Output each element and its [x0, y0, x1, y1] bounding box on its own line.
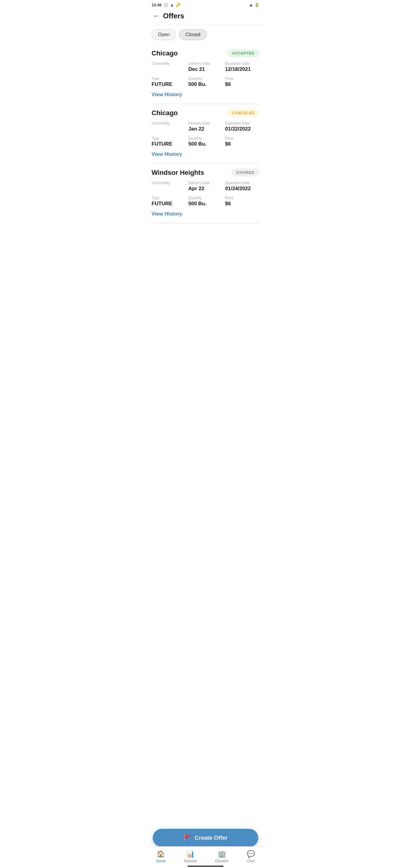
field-commodity-1: Commodity [152, 61, 186, 72]
field-commodity-3: Commodity [152, 181, 186, 192]
status-left: 12:46 ⬜ ▲ 🔑 [152, 3, 181, 7]
nav-label-elevator: Elevator [215, 859, 228, 863]
elevator-icon: 🏢 [218, 850, 226, 858]
field-expiration-3: Expiration Date 01/24/2022 [225, 181, 259, 192]
status-right: ▲ 🔋 [249, 2, 259, 7]
offer-location-3: Windsor Heights [152, 169, 204, 177]
view-history-button-1[interactable]: View History [152, 90, 182, 99]
markets-icon: 📊 [186, 850, 194, 858]
nav-label-markets: Markets [184, 859, 197, 863]
field-quantity-2: Quantity 500 Bu. [188, 136, 223, 147]
offer-header-2: Chicago CANCELED [152, 109, 259, 117]
filter-tabs: Open Closed [147, 25, 264, 44]
offer-header-3: Windsor Heights EXPIRED [152, 168, 259, 177]
status-badge-2: CANCELED [227, 109, 259, 117]
field-price-3: Price $6 [225, 196, 259, 207]
field-price-2: Price $6 [225, 136, 259, 147]
nav-item-home[interactable]: 🏠 Home [153, 849, 169, 864]
tab-closed[interactable]: Closed [179, 29, 207, 40]
offer-location-2: Chicago [152, 109, 178, 117]
field-type-1: Type FUTURE [152, 76, 186, 87]
status-badge-1: ACCEPTED [227, 49, 259, 57]
offer-card-1: Chicago ACCEPTED Commodity Delivery Date… [152, 44, 259, 104]
back-icon: ← [153, 12, 159, 20]
home-indicator [187, 866, 224, 867]
tab-open[interactable]: Open [152, 29, 176, 40]
create-offer-button[interactable]: 🚩 Create Offer [153, 829, 258, 847]
field-delivery-1: Delivery Date Dec 21 [188, 61, 223, 72]
field-delivery-2: Delivery Date Jan 22 [188, 121, 223, 132]
page-title: Offers [163, 12, 184, 20]
status-icon-2: ▲ [170, 3, 174, 7]
offers-list: Chicago ACCEPTED Commodity Delivery Date… [147, 44, 264, 253]
offer-fields-3: Commodity Delivery Date Apr 22 Expiratio… [152, 181, 259, 207]
field-type-3: Type FUTURE [152, 196, 186, 207]
nav-item-markets[interactable]: 📊 Markets [181, 849, 201, 864]
field-quantity-3: Quantity 500 Bu. [188, 196, 223, 207]
status-icon-3: 🔑 [176, 3, 181, 7]
nav-item-chat[interactable]: 💬 Chat [243, 849, 258, 864]
create-offer-icon: 🚩 [184, 834, 191, 841]
offer-card-3: Windsor Heights EXPIRED Commodity Delive… [152, 164, 259, 223]
status-badge-3: EXPIRED [231, 168, 259, 177]
field-type-2: Type FUTURE [152, 136, 186, 147]
battery-icon: 🔋 [254, 2, 259, 7]
status-icon-1: ⬜ [163, 3, 168, 7]
status-bar: 12:46 ⬜ ▲ 🔑 ▲ 🔋 [147, 0, 264, 8]
create-offer-label: Create Offer [195, 835, 228, 841]
nav-item-elevator[interactable]: 🏢 Elevator [212, 849, 232, 864]
offer-location-1: Chicago [152, 50, 178, 57]
wifi-icon: ▲ [249, 2, 253, 7]
offer-card-2: Chicago CANCELED Commodity Delivery Date… [152, 104, 259, 164]
header: ← Offers [147, 8, 264, 25]
nav-label-chat: Chat [247, 859, 255, 863]
field-expiration-1: Expiration Date 12/18/2021 [225, 61, 259, 72]
chat-icon: 💬 [247, 850, 255, 858]
nav-label-home: Home [156, 859, 166, 863]
offer-fields-2: Commodity Delivery Date Jan 22 Expiratio… [152, 121, 259, 147]
offer-fields-1: Commodity Delivery Date Dec 21 Expiratio… [152, 61, 259, 87]
home-icon: 🏠 [157, 850, 165, 858]
field-price-1: Price $6 [225, 76, 259, 87]
view-history-button-3[interactable]: View History [152, 210, 182, 218]
create-offer-container: 🚩 Create Offer [153, 829, 258, 847]
field-delivery-3: Delivery Date Apr 22 [188, 181, 223, 192]
bottom-nav: 🏠 Home 📊 Markets 🏢 Elevator 💬 Chat [147, 846, 264, 868]
offer-header-1: Chicago ACCEPTED [152, 49, 259, 57]
field-commodity-2: Commodity [152, 121, 186, 132]
back-button[interactable]: ← [152, 11, 161, 21]
field-expiration-2: Expiration Date 01/22/2022 [225, 121, 259, 132]
view-history-button-2[interactable]: View History [152, 150, 182, 158]
status-time: 12:46 [152, 3, 161, 7]
field-quantity-1: Quantity 500 Bu. [188, 76, 223, 87]
